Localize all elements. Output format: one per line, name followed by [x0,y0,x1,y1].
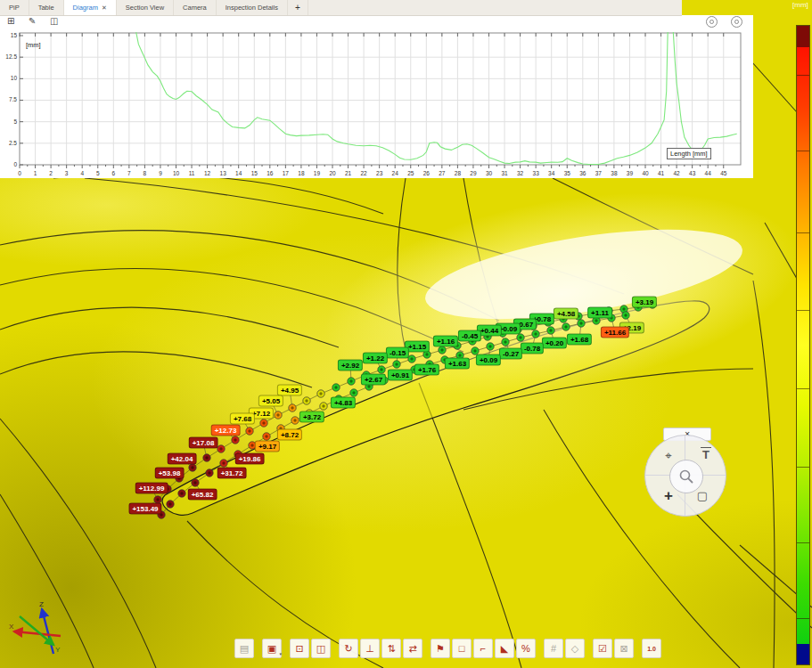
deviation-label[interactable]: +1.16 [433,336,458,347]
deviation-label[interactable]: +5.05 [258,395,283,407]
tab-pip[interactable]: PiP [0,0,29,15]
deviation-label[interactable]: +12.73 [211,425,241,436]
deviation-label[interactable]: +0.09 [476,354,501,366]
chart-settings-icon[interactable] [706,16,718,28]
x-tick-label: 44 [705,170,712,176]
scale-one-icon[interactable]: 1.0 [642,639,661,658]
deviation-label[interactable]: +19.86 [235,453,265,465]
rotate-section-icon[interactable]: ↻ [339,639,358,658]
tab-inspection-details[interactable]: Inspection Details [217,0,288,15]
deviation-label[interactable]: +7.68 [230,413,255,425]
check-apply-icon[interactable]: ☑ [593,639,612,658]
measure-point-marker [439,346,446,354]
measure-point-marker [260,420,267,427]
y-tick-label: 2.5 [9,140,17,146]
measure-point-marker [232,436,239,444]
tab-table[interactable]: Table [29,0,64,15]
measure-point-marker [622,312,629,319]
chart-detach-icon[interactable] [731,16,742,28]
x-tick-label: 16 [267,170,274,176]
measure-point-marker [408,355,415,363]
new-tab-button[interactable]: + [288,0,308,15]
coordinate-triad: Z X Y [9,599,68,659]
align-projection-icon[interactable]: ⊥ [360,639,380,658]
deviation-label[interactable]: +53.98 [155,468,185,479]
zoom-tool-button[interactable] [669,460,703,493]
colorbar-tick [797,151,809,151]
deviation-label[interactable]: +3.72 [299,411,324,423]
measure-point-marker [547,327,554,334]
deviation-label[interactable]: +9.17 [255,441,280,452]
deviation-label[interactable]: +0.91 [388,370,413,381]
deviation-label[interactable]: +2.67 [361,374,386,386]
deviation-colorbar[interactable] [796,25,810,665]
tab-diagram[interactable]: Diagram✕ [64,0,117,15]
deviation-label[interactable]: +1.68 [567,334,592,346]
deviation-label[interactable]: -0.27 [499,348,522,360]
measure-point-marker [217,445,225,452]
deviation-label[interactable]: +42.04 [168,453,197,465]
x-tick-label: 43 [689,170,696,176]
display-mode-icon[interactable]: ▣▾ [262,639,282,658]
add-diagram-icon[interactable]: ⊞ [7,16,14,27]
deviation-label[interactable]: +112.99 [135,483,168,494]
deviation-label[interactable]: -0.78 [521,343,544,354]
deviation-label[interactable]: -0.15 [386,347,409,359]
navigation-widget[interactable]: ⌖ T + ▢ [644,435,726,517]
y-tick-label: 0 [13,161,17,167]
x-tick-label: 21 [345,170,352,176]
deviation-label[interactable]: +8.72 [277,429,302,441]
measure-point-marker [246,428,253,435]
deviation-label[interactable]: +1.63 [445,358,470,370]
x-tick-label: 27 [439,170,446,176]
x-tick-label: 30 [486,170,493,176]
edit-style-icon[interactable]: ✎ [29,16,36,27]
deviation-label[interactable]: +11.66 [601,327,629,338]
colorbar-out-of-range-low [797,644,809,664]
x-tick-label: 26 [423,170,431,176]
tab-close-icon[interactable]: ✕ [102,4,107,11]
split-view-icon[interactable]: ◫ [50,16,58,27]
measure-point-marker [332,384,340,391]
colorbar-out-of-range-high [797,26,809,47]
flag-labels-icon[interactable]: ⚑ [431,639,450,658]
colorbar-tick [797,310,809,311]
measure-point-marker [320,403,327,410]
corner-measure-icon[interactable]: ⌐ [473,639,493,658]
deviation-label[interactable]: +2.92 [338,360,363,371]
measure-point-marker [562,323,570,330]
deviation-curve [136,28,737,165]
select-area-icon[interactable]: ⊡ [290,639,309,658]
deviation-label[interactable]: +153.49 [128,503,161,515]
mirror-icon[interactable]: ⇅ [381,639,401,658]
rect-zoom-icon[interactable]: □ [452,639,472,658]
flip-icon[interactable]: ⇄ [403,639,422,658]
deviation-label[interactable]: +4.58 [554,308,578,320]
deviation-label[interactable]: +65.82 [188,489,217,501]
measure-point-marker [303,397,310,404]
deviation-label[interactable]: -0.45 [458,330,481,342]
deviation-label[interactable]: +4.83 [331,397,356,409]
x-tick-label: 42 [673,170,680,176]
x-tick-label: 36 [579,170,586,176]
deviation-label[interactable]: +1.76 [414,364,439,376]
tag-tool-icon[interactable]: ⌖ [660,447,677,465]
x-tick-label: 37 [595,170,603,176]
histogram-icon[interactable]: ◫ [311,639,331,658]
pan-tool-icon[interactable]: + [660,487,677,505]
measure-point-marker [487,343,494,350]
measure-point-marker [502,338,509,346]
deviation-label[interactable]: +0.20 [542,338,567,349]
measure-point-marker [348,378,355,385]
deviation-label[interactable]: +3.19 [632,297,657,308]
deviation-label[interactable]: +1.11 [587,307,612,319]
tab-camera[interactable]: Camera [174,0,217,15]
tab-section-view[interactable]: Section View [117,0,174,15]
deviation-label[interactable]: +17.08 [189,437,218,449]
angle-ruler-icon[interactable]: ◣ [495,639,514,658]
deviation-label[interactable]: +31.72 [217,468,247,479]
text-tool-icon[interactable]: T [701,447,711,463]
percent-link-icon[interactable]: % [516,639,536,658]
deviation-label[interactable]: +1.22 [363,353,388,364]
colorbar-tick [797,467,809,468]
